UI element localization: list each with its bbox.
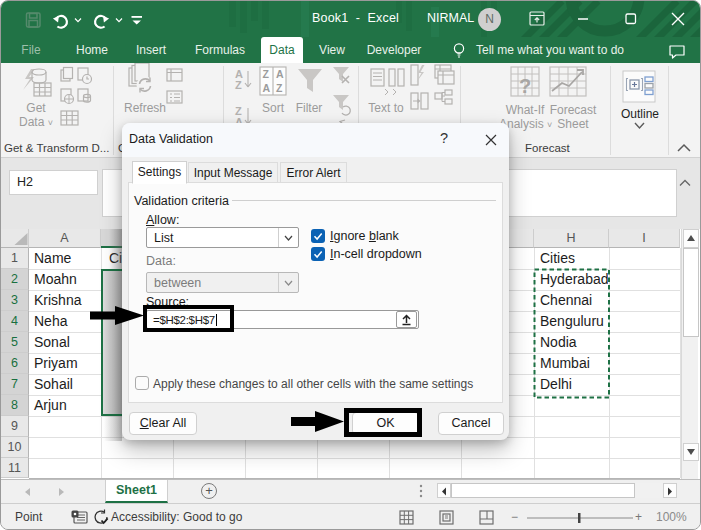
svg-text:Z: Z — [263, 68, 270, 80]
svg-text:A: A — [263, 82, 271, 94]
svg-text:?: ? — [519, 75, 531, 97]
svg-text:A: A — [276, 68, 284, 80]
svg-text:Z: Z — [276, 82, 283, 94]
svg-text:Z: Z — [235, 79, 242, 91]
